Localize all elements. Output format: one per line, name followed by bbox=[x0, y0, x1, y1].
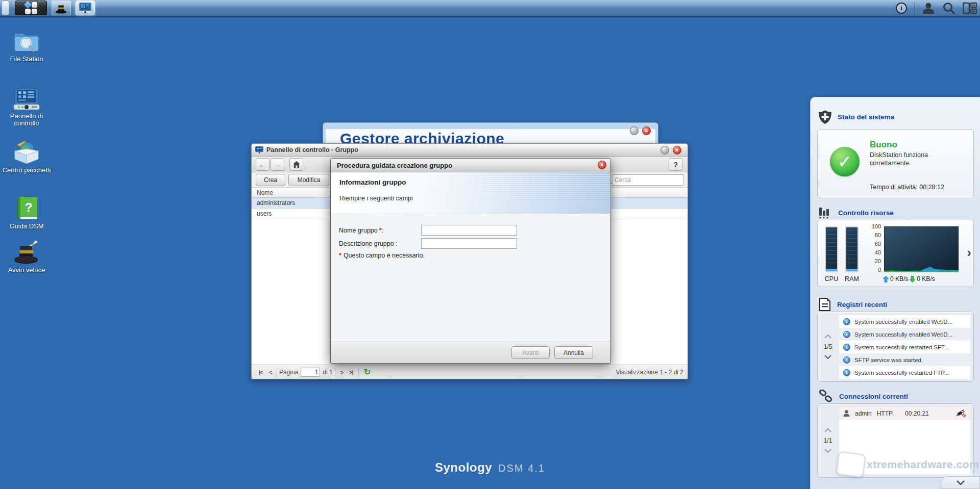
ram-meter bbox=[845, 226, 859, 272]
desktop-icon-control-panel[interactable]: Pannello di controllo bbox=[0, 88, 53, 127]
cancel-button[interactable]: Annulla bbox=[554, 346, 593, 359]
taskbar-app-quick-start[interactable] bbox=[52, 1, 71, 15]
uptime: Tempo di attività: 00:28:12 bbox=[870, 184, 944, 191]
widget-panel: Stato del sistema ✓ Buono DiskStation fu… bbox=[810, 97, 980, 489]
divider bbox=[277, 368, 277, 376]
main-menu-button[interactable] bbox=[15, 1, 47, 15]
cpu-label: CPU bbox=[824, 275, 839, 282]
user-icon[interactable] bbox=[922, 2, 935, 15]
next-button[interactable]: Avanti bbox=[511, 346, 550, 359]
info-ball-icon: i bbox=[843, 356, 850, 364]
watermark-text: xtremehardware.com bbox=[867, 458, 979, 471]
chevron-up-icon[interactable] bbox=[824, 334, 831, 339]
check-icon: ✓ bbox=[830, 147, 860, 176]
recent-logs-card: 1/5 iSystem successfully enabled WebD...… bbox=[817, 312, 974, 382]
desktop-icon-package-center[interactable]: Centro pacchetti bbox=[0, 140, 53, 174]
group-description-input[interactable] bbox=[421, 238, 517, 249]
modify-button[interactable]: Modifica bbox=[288, 174, 329, 186]
close-icon[interactable]: × bbox=[673, 146, 681, 155]
dialog-titlebar[interactable]: Procedura guidata creazione gruppo × bbox=[331, 159, 610, 172]
pagination-status: Visualizzazione 1 - 2 di 2 bbox=[616, 369, 683, 376]
synology-logo: Synology bbox=[435, 460, 492, 475]
control-panel-icon bbox=[13, 88, 40, 110]
svg-text:?: ? bbox=[25, 200, 33, 214]
log-item: iSystem successfully restarted SFT... bbox=[839, 341, 970, 353]
widget-title: Connessioni correnti bbox=[839, 393, 908, 400]
chevron-down-icon[interactable] bbox=[824, 355, 831, 359]
form-row: Nome gruppo*: bbox=[339, 225, 383, 236]
status-state: Buono bbox=[870, 140, 897, 150]
show-desktop-button[interactable] bbox=[2, 1, 9, 15]
y-tick: 60 bbox=[868, 241, 881, 247]
pagination-bar: |< < Pagina di 1 > >| ↻ Visualizzazione … bbox=[252, 365, 688, 379]
home-button[interactable] bbox=[289, 158, 303, 171]
log-page-indicator: 1/5 bbox=[824, 343, 832, 350]
chevron-up-icon[interactable] bbox=[824, 428, 831, 432]
divider bbox=[358, 368, 359, 376]
chevron-down-icon[interactable] bbox=[824, 449, 831, 453]
desktop-icon-quick-start[interactable]: Avvio veloce bbox=[0, 240, 53, 274]
magic-hat-icon bbox=[55, 2, 67, 14]
prev-page-icon[interactable]: < bbox=[266, 369, 275, 375]
taskbar: i bbox=[0, 0, 980, 17]
refresh-icon[interactable]: ↻ bbox=[361, 367, 374, 377]
info-ball-icon: i bbox=[843, 318, 850, 325]
disconnect-icon[interactable] bbox=[956, 409, 966, 418]
recent-logs-header: Registri recenti bbox=[819, 297, 887, 312]
forward-button[interactable]: → bbox=[271, 158, 284, 171]
dsm-version: DSM 4.1 bbox=[498, 462, 545, 474]
control-panel-icon bbox=[255, 146, 263, 153]
window-titlebar[interactable]: Pannello di controllo - Gruppo × bbox=[252, 144, 688, 157]
widgets-icon[interactable] bbox=[963, 2, 977, 14]
help-button[interactable]: ? bbox=[669, 158, 682, 171]
chevron-right-icon[interactable]: › bbox=[967, 245, 971, 261]
widget-collapse-tab[interactable] bbox=[941, 476, 980, 489]
required-mark: * bbox=[339, 252, 341, 259]
y-tick: 40 bbox=[868, 249, 881, 255]
desktop-icon-dsm-help[interactable]: ? Guida DSM bbox=[0, 197, 53, 230]
log-item: iSystem successfully enabled WebD... bbox=[839, 328, 970, 341]
group-name: users bbox=[257, 210, 272, 217]
info-icon[interactable]: i bbox=[896, 3, 907, 14]
magic-hat-icon bbox=[13, 240, 40, 264]
upload-value: 0 KB/s bbox=[890, 275, 908, 282]
close-icon[interactable]: × bbox=[598, 161, 606, 169]
control-panel-icon bbox=[79, 3, 92, 14]
minimize-button[interactable] bbox=[660, 146, 669, 155]
minimize-button[interactable] bbox=[630, 126, 639, 135]
connection-user: admin bbox=[855, 410, 872, 417]
close-icon[interactable]: × bbox=[642, 126, 651, 135]
icon-label: Pannello di controllo bbox=[2, 113, 51, 127]
package-center-icon bbox=[13, 140, 40, 164]
first-page-icon[interactable]: |< bbox=[256, 369, 266, 375]
colon: : bbox=[382, 227, 383, 234]
dialog-title: Procedura guidata creazione gruppo bbox=[337, 162, 452, 169]
create-button[interactable]: Crea bbox=[256, 174, 285, 186]
colon: : bbox=[396, 240, 397, 247]
form-row: Descrizione gruppo: bbox=[339, 238, 397, 249]
search-input[interactable] bbox=[612, 174, 683, 186]
last-page-icon[interactable]: >| bbox=[346, 369, 356, 375]
page-of-label: di 1 bbox=[323, 369, 332, 376]
download-arrow-icon bbox=[910, 276, 915, 282]
folder-search-icon bbox=[14, 30, 39, 53]
icon-label: Centro pacchetti bbox=[2, 167, 51, 174]
network-chart bbox=[884, 226, 959, 272]
search-icon[interactable] bbox=[942, 2, 955, 15]
log-text: System successfully enabled WebD... bbox=[854, 319, 952, 325]
taskbar-app-control-panel[interactable] bbox=[76, 1, 95, 15]
page-input[interactable] bbox=[301, 368, 320, 377]
uptime-value: 00:28:12 bbox=[919, 184, 944, 191]
y-tick: 0 bbox=[868, 267, 881, 273]
status-description: DiskStation funziona correttamente. bbox=[870, 151, 962, 167]
next-page-icon[interactable]: > bbox=[337, 369, 346, 375]
back-button[interactable]: ← bbox=[256, 158, 270, 171]
step-title: Informazioni gruppo bbox=[339, 178, 406, 186]
group-name-input[interactable] bbox=[421, 225, 517, 236]
widget-title: Controllo risorse bbox=[838, 209, 894, 217]
desktop-icon-file-station[interactable]: File Station bbox=[0, 30, 53, 63]
divider bbox=[335, 368, 335, 376]
log-text: SFTP service was started. bbox=[854, 357, 923, 363]
widget-title: Registri recenti bbox=[837, 301, 887, 308]
connection-protocol: HTTP bbox=[877, 410, 893, 417]
